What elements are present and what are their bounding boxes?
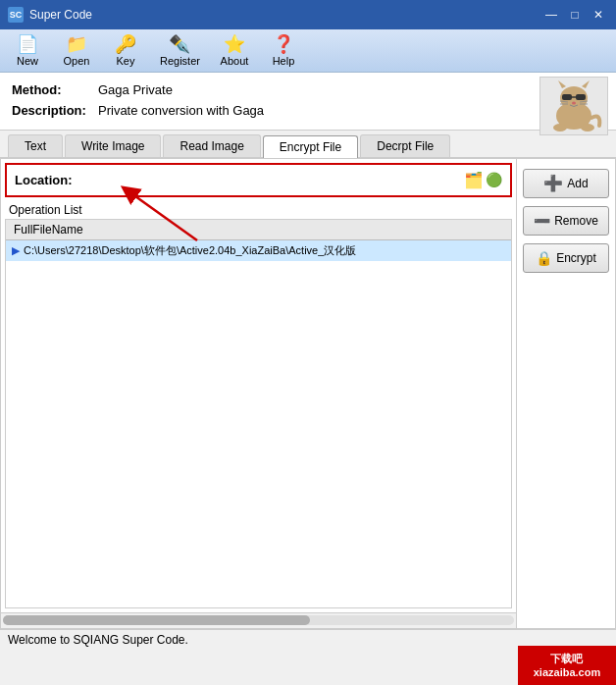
- horizontal-scrollbar[interactable]: [1, 612, 516, 628]
- maximize-button[interactable]: □: [565, 5, 585, 25]
- svg-rect-4: [562, 94, 572, 100]
- left-panel: Location: 🗂️ 🟢 Operation List FullFileNa…: [1, 159, 517, 628]
- tab-decrypt-file[interactable]: Decrpt File: [360, 134, 450, 157]
- right-panel: ➕ Add ➖ Remove 🔒 Encrypt: [517, 159, 615, 628]
- svg-point-7: [572, 102, 576, 105]
- encrypt-button[interactable]: 🔒 Encrypt: [523, 243, 609, 273]
- description-value: Private conversion with Gaga: [98, 101, 264, 122]
- key-button[interactable]: 🔑 Key: [102, 32, 149, 70]
- folder-browse-icon[interactable]: 🗂️: [464, 171, 484, 189]
- toolbar: 📄 New 📁 Open 🔑 Key ✒️ Register ⭐ About ❓…: [0, 29, 616, 73]
- open-label: Open: [64, 55, 90, 67]
- description-label: Description:: [12, 101, 90, 122]
- key-label: Key: [117, 55, 135, 67]
- status-text: Welcome to SQIANG Super Code.: [8, 633, 188, 647]
- key-icon: 🔑: [115, 35, 136, 53]
- method-row: Method: Gaga Private: [12, 80, 604, 101]
- about-icon: ⭐: [224, 35, 245, 53]
- location-input[interactable]: [80, 173, 463, 186]
- file-path: C:\Users\27218\Desktop\软件包\Active2.04b_X…: [24, 243, 356, 258]
- svg-marker-3: [582, 80, 590, 88]
- method-label: Method:: [12, 80, 90, 101]
- help-label: Help: [273, 55, 295, 67]
- new-button[interactable]: 📄 New: [4, 32, 51, 70]
- method-value: Gaga Private: [98, 80, 173, 101]
- location-bar: Location: 🗂️ 🟢: [5, 163, 512, 197]
- register-button[interactable]: ✒️ Register: [151, 32, 209, 70]
- open-button[interactable]: 📁 Open: [53, 32, 100, 70]
- minimize-button[interactable]: —: [541, 5, 561, 25]
- main-content: Location: 🗂️ 🟢 Operation List FullFileNa…: [0, 158, 616, 629]
- avatar-image: [542, 79, 605, 133]
- operation-list-label: Operation List: [1, 201, 516, 219]
- location-label: Location:: [15, 173, 73, 187]
- about-label: About: [221, 55, 249, 67]
- file-list: FullFileName ▶ C:\Users\27218\Desktop\软件…: [5, 219, 512, 608]
- remove-button[interactable]: ➖ Remove: [523, 206, 609, 236]
- add-location-icon[interactable]: 🟢: [486, 172, 502, 187]
- new-icon: 📄: [17, 35, 38, 53]
- help-button[interactable]: ❓ Help: [260, 32, 307, 70]
- description-row: Description: Private conversion with Gag…: [12, 101, 604, 122]
- help-icon: ❓: [273, 35, 294, 53]
- scroll-thumb[interactable]: [3, 615, 310, 625]
- tab-encrypt-file[interactable]: Encrypt File: [263, 135, 358, 158]
- add-icon: ➕: [543, 174, 563, 192]
- svg-rect-5: [576, 94, 586, 100]
- tab-write-image[interactable]: Write Image: [65, 134, 161, 157]
- watermark: 下载吧xiazaiba.com: [518, 646, 616, 685]
- new-label: New: [17, 55, 38, 67]
- remove-label: Remove: [554, 214, 598, 228]
- tab-bar: Text Write Image Read Image Encrypt File…: [0, 131, 616, 158]
- svg-point-13: [581, 124, 594, 132]
- window-controls: — □ ✕: [541, 5, 608, 25]
- app-icon: SC: [8, 7, 24, 23]
- register-label: Register: [160, 55, 200, 67]
- tab-text[interactable]: Text: [8, 134, 63, 157]
- about-button[interactable]: ⭐ About: [211, 32, 258, 70]
- avatar: [539, 77, 608, 135]
- column-header: FullFileName: [6, 220, 511, 240]
- svg-point-12: [553, 124, 567, 132]
- info-left: Method: Gaga Private Description: Privat…: [12, 80, 604, 122]
- app-title: Super Code: [29, 8, 541, 22]
- svg-marker-2: [558, 80, 566, 88]
- add-button[interactable]: ➕ Add: [523, 169, 609, 198]
- lock-icon: 🔒: [536, 250, 552, 266]
- encrypt-label: Encrypt: [556, 251, 596, 265]
- title-bar: SC Super Code — □ ✕: [0, 0, 616, 29]
- remove-icon: ➖: [534, 213, 550, 229]
- add-label: Add: [567, 177, 588, 190]
- info-bar: Method: Gaga Private Description: Privat…: [0, 73, 616, 131]
- close-button[interactable]: ✕: [589, 5, 608, 25]
- row-arrow-icon: ▶: [12, 244, 20, 257]
- register-icon: ✒️: [169, 35, 190, 53]
- open-icon: 📁: [66, 35, 87, 53]
- file-row[interactable]: ▶ C:\Users\27218\Desktop\软件包\Active2.04b…: [6, 240, 511, 261]
- watermark-text: 下载吧xiazaiba.com: [534, 652, 600, 680]
- scroll-track[interactable]: [3, 615, 514, 625]
- tab-read-image[interactable]: Read Image: [163, 134, 260, 157]
- file-rows[interactable]: ▶ C:\Users\27218\Desktop\软件包\Active2.04b…: [6, 240, 511, 607]
